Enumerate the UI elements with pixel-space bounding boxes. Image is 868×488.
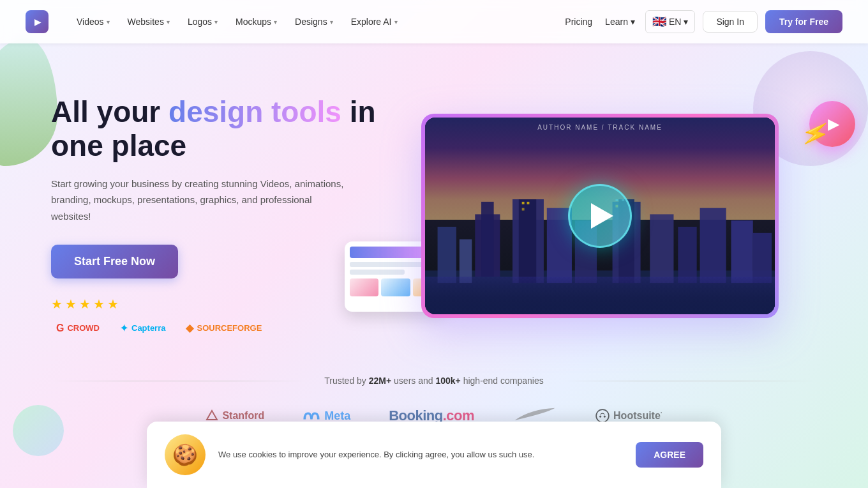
- star-icon-4: ★: [93, 296, 105, 312]
- review-sourceforge[interactable]: ◆ SOURCEFORGE: [181, 319, 267, 337]
- logo-stanford: Stanford: [206, 409, 264, 422]
- svg-rect-4: [481, 202, 494, 277]
- flag-icon: 🇬🇧: [652, 15, 666, 29]
- svg-rect-16: [522, 202, 525, 204]
- hero-section: All your design tools in one place Start…: [0, 43, 868, 376]
- chevron-down-icon: ▾: [214, 19, 218, 26]
- nav-items: Videos ▾ Websites ▾ Logos ▾ Mockups ▾ De…: [69, 11, 562, 32]
- video-card[interactable]: AUTHOR NAME / TRACK NAME: [421, 114, 779, 318]
- hootsuite-icon: [595, 409, 610, 423]
- chevron-down-icon: ▾: [330, 19, 333, 26]
- star-icon-5: ★: [107, 296, 119, 312]
- chevron-down-icon: ▾: [274, 19, 277, 26]
- signin-button[interactable]: Sign In: [703, 11, 758, 33]
- chevron-down-icon: ▾: [631, 17, 635, 27]
- trusted-section: Trusted by 22M+ users and 100k+ high-end…: [0, 376, 868, 401]
- meta-icon: [303, 410, 320, 422]
- hero-subtitle: Start growing your business by creating …: [51, 176, 345, 225]
- svg-rect-18: [522, 208, 525, 211]
- stanford-icon: [206, 409, 218, 422]
- try-free-button[interactable]: Try for Free: [765, 10, 842, 33]
- chevron-down-icon: ▾: [394, 19, 398, 26]
- logo-hootsuite: Hootsuite·: [595, 409, 662, 423]
- nav-right: Pricing Learn ▾ 🇬🇧 EN ▾ Sign In Try for …: [562, 10, 842, 33]
- nav-pricing-link[interactable]: Pricing: [562, 11, 595, 32]
- svg-rect-17: [527, 202, 530, 204]
- users-count: 22M+: [369, 376, 391, 386]
- chevron-down-icon: ▾: [167, 19, 170, 26]
- nav-item-logos[interactable]: Logos ▾: [180, 11, 225, 32]
- chevron-down-icon: ▾: [107, 19, 110, 26]
- svg-rect-6: [519, 199, 536, 283]
- svg-point-24: [596, 409, 609, 422]
- svg-rect-12: [678, 227, 696, 283]
- trusted-text: Trusted by 22M+ users and 100k+ high-end…: [306, 376, 562, 386]
- video-inner: AUTHOR NAME / TRACK NAME: [425, 118, 775, 314]
- hero-content: All your design tools in one place Start…: [51, 95, 383, 337]
- play-icon: [591, 203, 613, 229]
- cookie-icon: 🍪: [165, 434, 206, 475]
- g2-icon: G: [56, 323, 64, 334]
- star-icon-1: ★: [51, 296, 63, 312]
- logo-meta: Meta: [303, 409, 350, 423]
- svg-rect-1: [438, 227, 456, 283]
- star-rating: ★ ★ ★ ★ ★: [51, 296, 383, 312]
- mockup-block-blue: [381, 278, 410, 296]
- review-platforms: G CROWD ✦ Capterra ◆ SOURCEFORGE: [51, 319, 383, 337]
- svg-point-26: [604, 415, 606, 417]
- logo[interactable]: [26, 10, 49, 33]
- divider-right: [562, 381, 817, 381]
- star-icon-2: ★: [65, 296, 77, 312]
- nav-item-explore-ai[interactable]: Explore AI ▾: [343, 11, 405, 32]
- start-free-button[interactable]: Start Free Now: [51, 245, 178, 278]
- svg-rect-13: [700, 208, 726, 283]
- chevron-down-icon: ▾: [684, 17, 688, 27]
- capterra-icon: ✦: [120, 323, 128, 334]
- cookie-banner: 🍪 We use cookies to improve your experie…: [147, 422, 721, 488]
- play-button[interactable]: [568, 184, 632, 248]
- language-selector[interactable]: 🇬🇧 EN ▾: [645, 10, 695, 33]
- nav-item-websites[interactable]: Websites ▾: [120, 11, 177, 32]
- svg-rect-14: [731, 220, 753, 283]
- nav-item-designs[interactable]: Designs ▾: [287, 11, 341, 32]
- water-layer: [425, 276, 775, 314]
- sourceforge-icon: ◆: [186, 322, 193, 334]
- video-label: AUTHOR NAME / TRACK NAME: [537, 124, 662, 131]
- review-g2crowd[interactable]: G CROWD: [51, 320, 105, 337]
- divider-left: [51, 381, 306, 381]
- cookie-agree-button[interactable]: AGREE: [636, 442, 703, 468]
- svg-marker-23: [207, 411, 217, 420]
- logo-icon: [26, 10, 49, 33]
- svg-point-25: [599, 415, 601, 417]
- nav-item-videos[interactable]: Videos ▾: [69, 11, 117, 32]
- hero-title: All your design tools in one place: [51, 95, 383, 163]
- review-capterra[interactable]: ✦ Capterra: [115, 320, 170, 337]
- companies-count: 100k+: [435, 376, 460, 386]
- star-icon-3: ★: [79, 296, 91, 312]
- nav-learn-link[interactable]: Learn ▾: [602, 11, 638, 32]
- svg-rect-11: [650, 214, 673, 283]
- nav-item-mockups[interactable]: Mockups ▾: [228, 11, 285, 32]
- hero-visual: AUTHOR NAME / TRACK NAME ⚡: [383, 114, 817, 318]
- navbar: Videos ▾ Websites ▾ Logos ▾ Mockups ▾ De…: [0, 0, 868, 43]
- cookie-text: We use cookies to improve your experienc…: [218, 448, 623, 461]
